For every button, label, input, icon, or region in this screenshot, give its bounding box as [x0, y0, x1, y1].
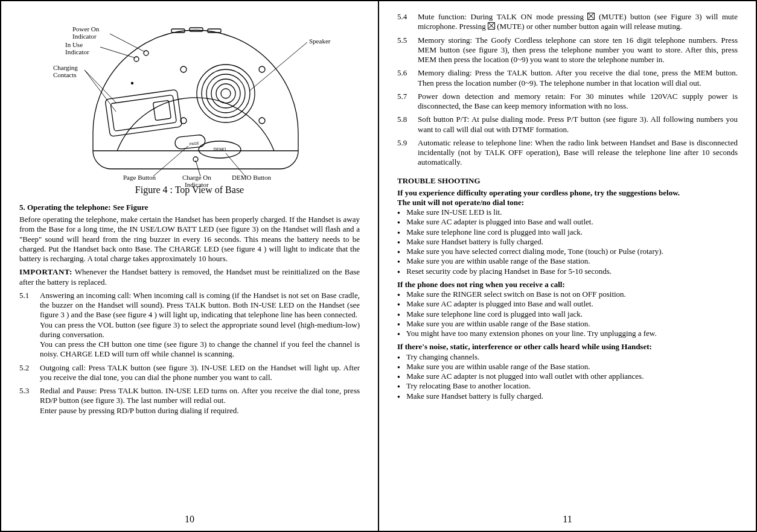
bullet-item: Try changing channels.	[397, 352, 738, 362]
item-number: 5.9	[397, 138, 418, 168]
mute-icon	[488, 22, 495, 30]
svg-point-12	[180, 66, 187, 72]
bullet-item: Make sure you are within usable range of…	[397, 362, 738, 372]
page-number-right: 11	[397, 509, 738, 525]
bullet-item: Make sure telephone line cord is plugged…	[397, 227, 738, 237]
page-right: 5.4Mute function: During TALK ON mode pr…	[379, 1, 756, 531]
item-body: Outgoing call: Press TALK button (see fi…	[40, 363, 360, 383]
item-body: Memory storing: The Goofy Cordless telep…	[418, 36, 738, 65]
intro-paragraph: Before operating the telephone, make cer…	[19, 215, 360, 264]
trouble-shooting-title: TROUBLE SHOOTING	[397, 176, 738, 186]
numbered-item: 5.3Redial and Pause: Press TALK button. …	[19, 386, 360, 416]
block2-list: Make sure the RINGER select switch on Ba…	[397, 290, 738, 338]
item-number: 5.3	[19, 386, 40, 416]
block3-title: If there's noise, static, interference o…	[397, 342, 738, 352]
item-number: 5.4	[397, 12, 418, 32]
important-note: IMPORTANT: Whenever the Handset battery …	[19, 267, 360, 287]
figure-4-diagram: PAGE DEMO Power OnIndicator In UseIndica…	[33, 12, 347, 181]
label-power-on: Power OnIndicator	[72, 25, 99, 40]
svg-point-10	[202, 69, 250, 118]
bullet-item: Make sure Handset battery is fully charg…	[397, 391, 738, 401]
numbered-item: 5.2Outgoing call: Press TALK button (see…	[19, 363, 360, 383]
block1-list: Make sure IN-USE LED is lit. Make sure A…	[397, 207, 738, 276]
bullet-item: Reset security code by placing Handset i…	[397, 267, 738, 276]
label-charging: ChargingContacts	[53, 64, 78, 78]
item-body: Redial and Pause: Press TALK button. IN-…	[40, 386, 360, 416]
bullet-item: Try relocating Base to another location.	[397, 381, 738, 391]
item-body: Answering an incoming call: When incomin…	[40, 291, 360, 359]
numbered-item: 5.1Answering an incoming call: When inco…	[19, 291, 360, 359]
label-charge-on: Charge OnIndicator	[182, 174, 211, 188]
trouble-intro: If you experience difficulty operating y…	[397, 188, 738, 198]
item-body: Mute function: During TALK ON mode press…	[418, 12, 738, 32]
svg-line-25	[85, 70, 116, 112]
item-body: Power down detection and memory retain: …	[418, 92, 738, 112]
svg-rect-5	[153, 100, 171, 120]
label-speaker: Speaker	[309, 37, 330, 45]
bullet-item: Make sure telephone line cord is plugged…	[397, 309, 738, 319]
item-number: 5.6	[397, 68, 418, 88]
numbered-item: 5.4Mute function: During TALK ON mode pr…	[397, 12, 738, 32]
item-body: Automatic release to telephone line: Whe…	[418, 138, 738, 168]
bullet-item: Make sure you are within usable range of…	[397, 256, 738, 266]
bullet-item: Make sure Handset battery is fully charg…	[397, 237, 738, 247]
bullet-item: Make sure AC adapter is plugged into Bas…	[397, 299, 738, 309]
svg-point-15	[259, 118, 265, 124]
svg-point-7	[216, 84, 235, 103]
label-page-btn: Page Button	[123, 174, 156, 181]
numbered-item: 5.6Memory dialing: Press the TALK button…	[397, 68, 738, 88]
svg-line-23	[100, 47, 135, 58]
bullet-item: Make sure IN-USE LED is lit.	[397, 207, 738, 217]
two-page-spread: PAGE DEMO Power OnIndicator In UseIndica…	[0, 0, 757, 532]
numbered-item: 5.8Soft button P/T: At pulse dialing mod…	[397, 115, 738, 135]
item-number: 5.8	[397, 115, 418, 135]
bullet-item: Make sure AC adapter is not plugged into…	[397, 372, 738, 381]
svg-line-29	[226, 153, 245, 176]
numbered-item: 5.7Power down detection and memory retai…	[397, 92, 738, 112]
bullet-item: Make sure the RINGER select switch on Ba…	[397, 290, 738, 299]
important-label: IMPORTANT:	[19, 267, 72, 276]
item-number: 5.1	[19, 291, 40, 359]
svg-point-18	[132, 83, 133, 84]
bullet-item: Make sure you have selected correct dial…	[397, 247, 738, 256]
item-number: 5.2	[19, 363, 40, 383]
svg-point-8	[211, 79, 240, 108]
numbered-item: 5.9Automatic release to telephone line: …	[397, 138, 738, 168]
svg-point-6	[221, 89, 231, 98]
svg-point-17	[134, 57, 139, 62]
svg-line-22	[110, 34, 145, 52]
item-number: 5.7	[397, 92, 418, 112]
label-in-use: In UseIndicator	[65, 41, 89, 55]
label-demo-btn: DEMO Button	[232, 174, 271, 181]
section-5-title: 5. Operating the telephone: See Figure	[19, 203, 360, 212]
svg-point-9	[206, 74, 245, 113]
demo-button-text: DEMO	[214, 147, 227, 151]
numbered-item: 5.5Memory storing: The Goofy Cordless te…	[397, 36, 738, 65]
block2-title: If the phone does not ring when you rece…	[397, 280, 738, 290]
page-left: PAGE DEMO Power OnIndicator In UseIndica…	[1, 1, 378, 531]
bullet-item: Make sure you are within usable range of…	[397, 319, 738, 329]
svg-line-26	[250, 42, 307, 90]
page-number-left: 10	[19, 509, 360, 525]
bullet-item: Make sure AC adapter is plugged into Bas…	[397, 217, 738, 227]
svg-rect-1	[190, 28, 203, 31]
svg-point-11	[197, 65, 255, 122]
item-number: 5.5	[397, 36, 418, 65]
mute-icon	[587, 13, 595, 20]
block1-title: The unit will not operate/no dial tone:	[397, 198, 738, 207]
page-button-text: PAGE	[189, 141, 199, 146]
block3-list: Try changing channels. Make sure you are…	[397, 352, 738, 401]
svg-point-13	[259, 66, 265, 72]
item-body: Memory dialing: Press the TALK button. A…	[418, 68, 738, 88]
bullet-item: You might have too many extension phones…	[397, 329, 738, 338]
item-body: Soft button P/T: At pulse dialing mode. …	[418, 115, 738, 135]
